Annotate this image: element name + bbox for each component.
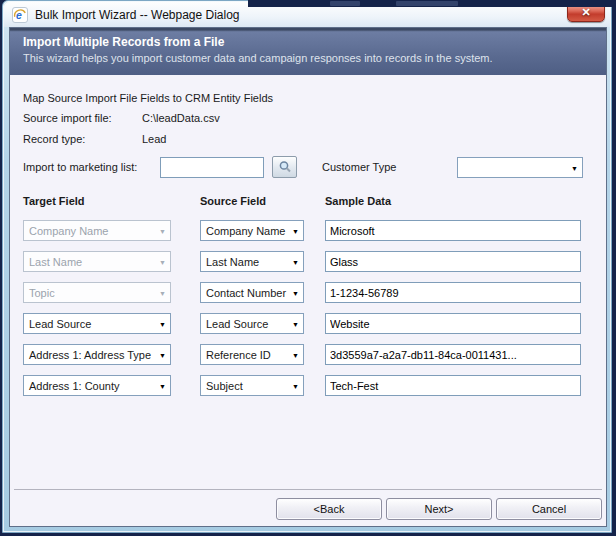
source-field-select[interactable]: Company Name ▼ bbox=[200, 220, 304, 241]
background-window-fragment bbox=[396, 1, 458, 6]
chevron-down-icon: ▼ bbox=[571, 164, 578, 171]
source-field-value: Subject bbox=[206, 380, 243, 392]
sample-data-field[interactable] bbox=[325, 344, 581, 365]
chevron-down-icon: ▼ bbox=[159, 258, 166, 265]
target-field-value: Topic bbox=[29, 287, 55, 299]
window-title: Bulk Import Wizard -- Webpage Dialog bbox=[35, 8, 240, 22]
lookup-button[interactable] bbox=[272, 156, 297, 178]
target-field-select[interactable]: Address 1: Address Type ▼ bbox=[23, 344, 171, 365]
sample-data-field[interactable] bbox=[325, 282, 581, 303]
sample-data-field[interactable] bbox=[325, 375, 581, 396]
chevron-down-icon: ▼ bbox=[292, 382, 299, 389]
marketing-list-input[interactable] bbox=[160, 157, 264, 178]
source-field-select[interactable]: Lead Source ▼ bbox=[200, 313, 304, 334]
chevron-down-icon: ▼ bbox=[292, 320, 299, 327]
source-field-select[interactable]: Subject ▼ bbox=[200, 375, 304, 396]
source-field-value: Reference ID bbox=[206, 349, 271, 361]
chevron-down-icon: ▼ bbox=[159, 351, 166, 358]
target-field-value: Address 1: Address Type bbox=[29, 349, 151, 361]
target-field-value: Lead Source bbox=[29, 318, 91, 330]
source-field-select[interactable]: Reference ID ▼ bbox=[200, 344, 304, 365]
chevron-down-icon: ▼ bbox=[292, 351, 299, 358]
column-header-target: Target Field bbox=[23, 195, 85, 207]
source-field-select[interactable]: Contact Number ▼ bbox=[200, 282, 304, 303]
back-button[interactable]: <Back bbox=[276, 498, 382, 520]
customer-type-label: Customer Type bbox=[322, 161, 396, 173]
record-type-label: Record type: bbox=[23, 133, 85, 145]
chevron-down-icon: ▼ bbox=[292, 227, 299, 234]
source-field-value: Last Name bbox=[206, 256, 259, 268]
ie-logo-icon: e bbox=[12, 7, 28, 23]
chevron-down-icon: ▼ bbox=[159, 320, 166, 327]
chevron-down-icon: ▼ bbox=[292, 258, 299, 265]
next-button[interactable]: Next> bbox=[386, 498, 492, 520]
source-field-value: Contact Number bbox=[206, 287, 286, 299]
column-header-source: Source Field bbox=[200, 195, 266, 207]
cancel-button[interactable]: Cancel bbox=[496, 498, 602, 520]
dialog-content: Import Multiple Records from a File This… bbox=[9, 27, 607, 527]
source-field-value: Company Name bbox=[206, 225, 285, 237]
wizard-header: Import Multiple Records from a File This… bbox=[10, 28, 606, 75]
mapping-panel: Map Source Import File Fields to CRM Ent… bbox=[10, 75, 606, 489]
target-field-select[interactable]: Address 1: County ▼ bbox=[23, 375, 171, 396]
target-field-value: Last Name bbox=[29, 256, 82, 268]
bulk-import-wizard-dialog: e Bulk Import Wizard -- Webpage Dialog ✕… bbox=[2, 0, 612, 533]
page-title: Import Multiple Records from a File bbox=[23, 35, 606, 49]
sample-data-field[interactable] bbox=[325, 220, 581, 241]
background-window-fragment bbox=[248, 0, 616, 7]
close-icon: ✕ bbox=[581, 6, 590, 18]
chevron-down-icon: ▼ bbox=[292, 289, 299, 296]
target-field-select: Topic ▼ bbox=[23, 282, 171, 303]
chevron-down-icon: ▼ bbox=[159, 227, 166, 234]
svg-text:e: e bbox=[16, 8, 22, 20]
source-file-value: C:\leadData.csv bbox=[142, 112, 220, 124]
target-field-select: Last Name ▼ bbox=[23, 251, 171, 272]
chevron-down-icon: ▼ bbox=[159, 382, 166, 389]
search-icon bbox=[278, 160, 292, 174]
footer: <Back Next> Cancel bbox=[10, 489, 606, 526]
target-field-select: Company Name ▼ bbox=[23, 220, 171, 241]
sample-data-field[interactable] bbox=[325, 313, 581, 334]
customer-type-select[interactable]: ▼ bbox=[457, 157, 583, 178]
target-field-value: Address 1: County bbox=[29, 380, 120, 392]
source-field-select[interactable]: Last Name ▼ bbox=[200, 251, 304, 272]
source-field-value: Lead Source bbox=[206, 318, 268, 330]
page-subtitle: This wizard helps you import customer da… bbox=[23, 52, 606, 64]
record-type-value: Lead bbox=[142, 133, 166, 145]
sample-data-field[interactable] bbox=[325, 251, 581, 272]
target-field-select[interactable]: Lead Source ▼ bbox=[23, 313, 171, 334]
target-field-value: Company Name bbox=[29, 225, 108, 237]
source-file-label: Source import file: bbox=[23, 112, 112, 124]
column-header-sample: Sample Data bbox=[325, 195, 391, 207]
section-heading: Map Source Import File Fields to CRM Ent… bbox=[23, 92, 273, 104]
background-window-fragment bbox=[330, 1, 360, 6]
marketing-list-label: Import to marketing list: bbox=[23, 161, 137, 173]
chevron-down-icon: ▼ bbox=[159, 289, 166, 296]
